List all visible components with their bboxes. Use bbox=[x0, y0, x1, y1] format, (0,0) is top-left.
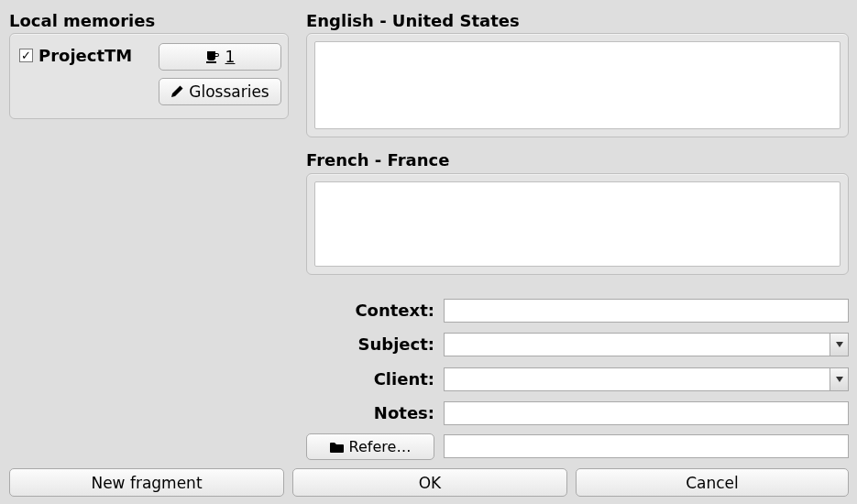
ok-button[interactable]: OK bbox=[292, 468, 567, 497]
folder-icon bbox=[330, 442, 344, 453]
pencil-icon bbox=[170, 85, 183, 98]
subject-label: Subject: bbox=[306, 334, 434, 354]
chevron-down-icon bbox=[836, 342, 843, 347]
dialog-root: Local memories ✓ ProjectTM 1 Glossaries … bbox=[0, 0, 857, 504]
notes-input[interactable] bbox=[444, 401, 849, 425]
client-combo[interactable] bbox=[444, 367, 849, 391]
new-fragment-label: New fragment bbox=[91, 474, 202, 492]
cancel-label: Cancel bbox=[686, 474, 739, 492]
providers-button[interactable]: 1 bbox=[159, 43, 281, 71]
source-text-input[interactable] bbox=[314, 41, 841, 129]
providers-button-label: 1 bbox=[225, 48, 236, 66]
source-language-label: English - United States bbox=[306, 11, 520, 30]
context-input[interactable] bbox=[444, 299, 849, 323]
references-button[interactable]: Refere… bbox=[306, 433, 434, 460]
subject-combo[interactable] bbox=[444, 333, 849, 356]
notes-label: Notes: bbox=[306, 403, 434, 422]
ok-label: OK bbox=[419, 474, 442, 492]
context-label: Context: bbox=[306, 301, 434, 320]
subject-combo-field[interactable] bbox=[445, 334, 830, 356]
memory-checkbox-row[interactable]: ✓ ProjectTM bbox=[19, 46, 132, 65]
references-input[interactable] bbox=[444, 434, 849, 458]
new-fragment-button[interactable]: New fragment bbox=[9, 468, 284, 497]
glossaries-button-label: Glossaries bbox=[189, 82, 269, 101]
memory-checkbox[interactable]: ✓ bbox=[19, 49, 33, 62]
references-button-label: Refere… bbox=[349, 438, 412, 455]
chevron-down-icon bbox=[836, 377, 843, 382]
target-text-input[interactable] bbox=[314, 181, 841, 267]
source-text-frame bbox=[306, 33, 849, 137]
cup-icon bbox=[205, 50, 220, 63]
cancel-button[interactable]: Cancel bbox=[576, 468, 849, 497]
local-memories-title: Local memories bbox=[9, 11, 155, 30]
checkmark-icon: ✓ bbox=[21, 49, 31, 61]
memory-name-label: ProjectTM bbox=[38, 46, 132, 65]
local-memories-panel: ✓ ProjectTM 1 Glossaries bbox=[9, 33, 289, 119]
client-label: Client: bbox=[306, 369, 434, 389]
target-language-label: French - France bbox=[306, 150, 449, 170]
client-combo-field[interactable] bbox=[445, 368, 830, 390]
glossaries-button[interactable]: Glossaries bbox=[159, 78, 281, 105]
subject-combo-button[interactable] bbox=[830, 334, 848, 356]
target-text-frame bbox=[306, 173, 849, 275]
client-combo-button[interactable] bbox=[830, 368, 848, 390]
